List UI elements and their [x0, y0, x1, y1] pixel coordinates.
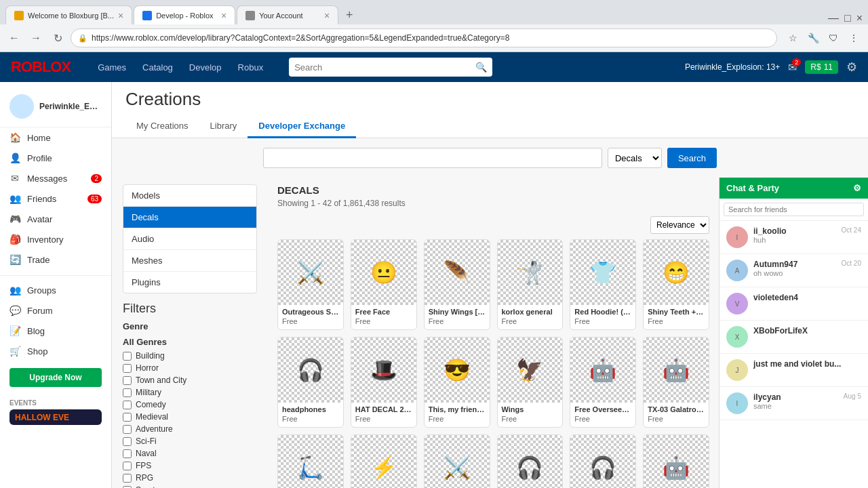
chat-item-5[interactable]: I ilycyan same Aug 5	[719, 387, 868, 420]
genre-fps-checkbox[interactable]	[123, 462, 132, 470]
genre-military-checkbox[interactable]	[123, 388, 132, 397]
filter-cat-models[interactable]: Models	[123, 185, 256, 207]
tab-1[interactable]: Welcome to Bloxburg [B... ×	[5, 5, 132, 24]
genre-sports-checkbox[interactable]	[123, 486, 132, 489]
sidebar-item-trade[interactable]: 🔄 Trade	[0, 249, 111, 270]
header-search-icon[interactable]: 🔍	[475, 62, 487, 73]
chat-item-0[interactable]: I ii_koolio huh Oct 24	[719, 221, 868, 254]
chat-item-4[interactable]: J just me and violet bu...	[719, 354, 868, 387]
address-bar[interactable]: 🔒 https://www.roblox.com/develop/library…	[71, 28, 777, 47]
header-search-input[interactable]	[294, 62, 475, 73]
sidebar-item-groups[interactable]: 👥 Groups	[0, 280, 111, 300]
upgrade-now-button[interactable]: Upgrade Now	[9, 368, 102, 387]
sidebar-item-home[interactable]: 🏠 Home	[0, 127, 111, 148]
chat-avatar-0: I	[726, 226, 748, 248]
item-card-0[interactable]: ⚔️ Outrageous Sword PackFree	[277, 239, 344, 330]
sidebar-item-friends[interactable]: 👥 Friends 63	[0, 188, 111, 209]
item-card-13[interactable]: ⚡ lightsaberFree	[351, 434, 417, 488]
menu-button[interactable]: ⋮	[845, 29, 863, 47]
item-card-15[interactable]: 🎧 Radioactive Stripe HeadphonesFree	[497, 434, 564, 488]
minimize-button[interactable]: —	[828, 12, 839, 24]
tab-2-close[interactable]: ×	[221, 11, 226, 20]
tab-2[interactable]: Develop - Roblox ×	[134, 5, 235, 24]
maximize-button[interactable]: □	[844, 12, 851, 24]
sidebar-item-avatar[interactable]: 🎮 Avatar	[0, 209, 111, 229]
search-input[interactable]	[263, 148, 602, 168]
genre-horror-checkbox[interactable]	[123, 364, 132, 373]
item-card-12[interactable]: 🛴 The Segway MUST BUY!!Free	[277, 434, 344, 488]
messages-icon-btn[interactable]: ✉ 2	[788, 61, 797, 74]
genre-sci-fi-checkbox[interactable]	[123, 437, 132, 446]
sidebar-item-messages[interactable]: ✉ Messages 2	[0, 168, 111, 188]
robux-button[interactable]: R$ 11	[805, 60, 838, 74]
close-button[interactable]: ×	[856, 12, 863, 24]
nav-catalog[interactable]: Catalog	[136, 60, 180, 75]
filter-cat-meshes[interactable]: Meshes	[123, 250, 256, 272]
extension-btn-2[interactable]: 🛡	[825, 29, 842, 47]
tabs-bar: My Creations Library Developer Exchange	[125, 115, 854, 138]
item-card-5[interactable]: 😁 Shiny Teeth + Golden PupilFree	[643, 239, 709, 330]
item-card-16[interactable]: 🎧 Sapphire Encrusted HeadphonesFree	[570, 434, 636, 488]
item-name-7: HAT DECAL 2016-2017 (FREE)	[351, 403, 416, 415]
genre-building-checkbox[interactable]	[123, 352, 132, 361]
filter-cat-audio[interactable]: Audio	[123, 228, 256, 250]
bookmark-button[interactable]: ☆	[784, 29, 802, 47]
extension-btn-1[interactable]: 🔧	[804, 29, 822, 47]
settings-icon-btn[interactable]: ⚙	[846, 60, 857, 75]
tab-developer-exchange[interactable]: Developer Exchange	[248, 115, 356, 138]
nav-robux[interactable]: Robux	[231, 60, 271, 75]
filter-cat-plugins[interactable]: Plugins	[123, 272, 256, 293]
item-name-11: TX-03 Galatron Berserker	[644, 403, 709, 415]
tab-3-close[interactable]: ×	[324, 11, 330, 20]
nav-develop[interactable]: Develop	[182, 60, 229, 75]
chat-item-2[interactable]: V violeteden4	[719, 287, 868, 321]
item-card-1[interactable]: 😐 Free FaceFree	[351, 239, 417, 330]
item-card-7[interactable]: 🎩 HAT DECAL 2016-2017 (FREE)Free	[351, 337, 417, 428]
page-header: Creations My Creations Library Developer…	[112, 82, 868, 138]
sidebar-item-blog[interactable]: 📝 Blog	[0, 321, 111, 341]
sidebar-item-profile[interactable]: 👤 Profile	[0, 148, 111, 168]
genre-rpg-checkbox[interactable]	[123, 474, 132, 483]
filter-cat-decals[interactable]: Decals	[123, 207, 256, 228]
chat-item-3[interactable]: X XBobForLifeX	[719, 321, 868, 354]
genre-naval-checkbox[interactable]	[123, 449, 132, 458]
sidebar-item-forum[interactable]: 💬 Forum	[0, 300, 111, 321]
item-card-6[interactable]: 🎧 headphonesFree	[277, 337, 344, 428]
item-card-9[interactable]: 🦅 WingsFree	[497, 337, 564, 428]
sidebar-blog-label: Blog	[27, 326, 45, 336]
search-button[interactable]: Search	[667, 148, 717, 168]
sidebar-item-shop[interactable]: 🛒 Shop	[0, 341, 111, 361]
page-title: Creations	[125, 89, 854, 110]
item-card-10[interactable]: 🤖 Free Overseer (Full Package)Free	[570, 337, 636, 428]
tab-library[interactable]: Library	[199, 115, 248, 138]
thumb-content-8: 😎	[434, 347, 479, 392]
back-button[interactable]: ←	[5, 29, 23, 47]
genre-comedy-checkbox[interactable]	[123, 401, 132, 409]
item-card-14[interactable]: ⚔️ Deluxe Ninja SwordpackFree	[424, 434, 490, 488]
nav-games[interactable]: Games	[91, 60, 133, 75]
reload-button[interactable]: ↻	[49, 29, 66, 47]
item-card-11[interactable]: 🤖 TX-03 Galatron BerserkerFree	[643, 337, 709, 428]
item-card-3[interactable]: 🤺 korlox generalFree	[497, 239, 564, 330]
item-card-4[interactable]: 👕 Red Hoodie! (FREE NOW)Free	[570, 239, 636, 330]
items-grid: ⚔️ Outrageous Sword PackFree 😐 Free Face…	[277, 239, 709, 488]
event-banner[interactable]: HALLOW EVE	[9, 409, 102, 425]
forward-button[interactable]: →	[27, 29, 45, 47]
chat-search-input[interactable]	[724, 203, 864, 216]
tab-3[interactable]: Your Account ×	[237, 5, 338, 24]
chat-settings-icon[interactable]: ⚙	[853, 183, 861, 193]
chat-item-1[interactable]: A Autumn947 oh wowo Oct 20	[719, 254, 868, 287]
category-select[interactable]: Decals Models Audio Meshes Plugins	[608, 148, 662, 168]
genre-medieval-checkbox[interactable]	[123, 413, 132, 422]
item-price-2: Free	[425, 317, 490, 329]
item-card-17[interactable]: 🤖 TX-03 Galatron GunnerFree	[643, 434, 709, 488]
item-card-2[interactable]: 🪶 Shiny Wings [Free]Free	[424, 239, 490, 330]
genre-adventure-checkbox[interactable]	[123, 425, 132, 434]
sort-select[interactable]: Relevance	[650, 216, 709, 234]
sidebar-item-inventory[interactable]: 🎒 Inventory	[0, 229, 111, 249]
item-card-8[interactable]: 😎 This, my friends...Free	[424, 337, 490, 428]
new-tab-button[interactable]: +	[340, 5, 359, 24]
genre-town-city-checkbox[interactable]	[123, 376, 132, 385]
tab-1-close[interactable]: ×	[118, 11, 123, 20]
tab-my-creations[interactable]: My Creations	[125, 115, 199, 138]
